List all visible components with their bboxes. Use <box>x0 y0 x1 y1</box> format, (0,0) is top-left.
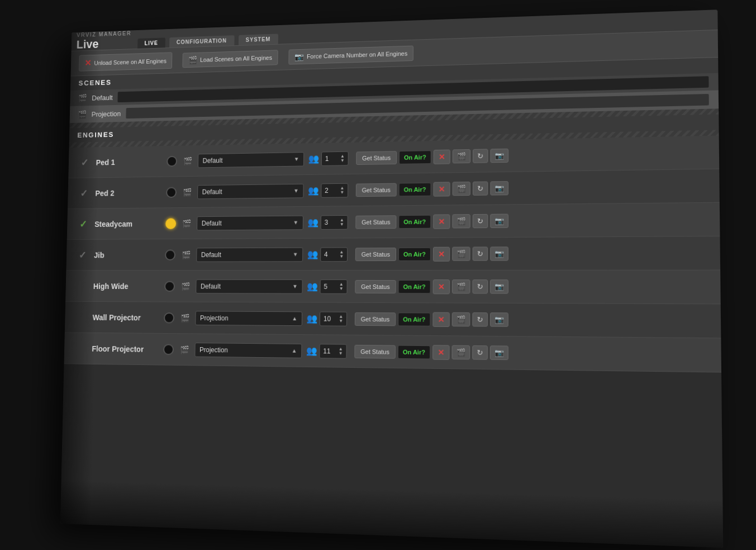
app-container: VRVIZ MANAGER Live Live CONFIGURATION SY… <box>60 10 722 548</box>
action-group-wallprojector: Get Status On Air? ✕ 🎬 ↻ 📷 <box>354 311 508 327</box>
dropdown-arrow-wallprojector: ▲ <box>292 315 297 321</box>
on-air-jib[interactable]: On Air? <box>398 247 430 260</box>
dropdown-arrow-highwide: ▼ <box>292 283 298 290</box>
load-jib[interactable]: 🎬 <box>452 247 470 261</box>
on-air-wallprojector[interactable]: On Air? <box>398 312 430 326</box>
checkmark-ped2: ✓ <box>79 187 87 199</box>
remove-ped2[interactable]: ✕ <box>433 182 450 196</box>
get-status-floorprojector[interactable]: Get Status <box>354 344 396 358</box>
num-stepper-jib[interactable]: 4 ▲ ▼ <box>320 247 348 262</box>
cam-group-jib: 👥 4 ▲ ▼ <box>307 247 347 262</box>
remove-wallprojector[interactable]: ✕ <box>432 312 449 326</box>
get-status-ped1[interactable]: Get Status <box>356 151 397 165</box>
cam-group-ped2: 👥 2 ▲ ▼ <box>308 183 348 197</box>
cam-group-floorprojector: 👥 11 ▲ ▼ <box>306 344 346 359</box>
action-group-ped1: Get Status On Air? ✕ 🎬 ↻ 📷 <box>356 148 508 165</box>
dropdown-arrow-jib: ▼ <box>292 252 298 258</box>
check-ped2: ✓ <box>75 187 91 199</box>
get-status-steadycam[interactable]: Get Status <box>355 215 396 229</box>
stepper-ped2[interactable]: ▲ ▼ <box>340 186 344 195</box>
checkmark-ped1: ✓ <box>80 157 88 168</box>
checkmark-steadycam: ✓ <box>79 218 87 230</box>
camera-highwide[interactable]: 📷 <box>490 279 508 293</box>
num-stepper-floorprojector[interactable]: 11 ▲ ▼ <box>319 344 346 359</box>
cam-group-steadycam: 👥 3 ▲ ▼ <box>307 215 348 229</box>
refresh-steadycam[interactable]: ↻ <box>472 214 487 228</box>
stepper-wallprojector[interactable]: ▲ ▼ <box>339 314 343 323</box>
scene-dropdown-floorprojector[interactable]: Projection ▲ <box>194 343 302 358</box>
cam-icon-wallprojector: 👥 <box>306 313 317 324</box>
cam-icon-highwide: 👥 <box>307 281 318 292</box>
remove-ped1[interactable]: ✕ <box>433 149 450 164</box>
dropdown-arrow-ped2: ▼ <box>293 188 299 194</box>
get-status-highwide[interactable]: Get Status <box>355 279 396 293</box>
num-stepper-wallprojector[interactable]: 10 ▲ ▼ <box>319 311 346 326</box>
stepper-floorprojector[interactable]: ▲ ▼ <box>338 347 343 355</box>
load-steadycam[interactable]: 🎬 <box>452 214 470 228</box>
remove-steadycam[interactable]: ✕ <box>433 214 450 229</box>
engine-name-highwide: High Wide <box>93 282 160 291</box>
engines-section: ENGINES ✓ Ped 1 🎬 Default ▼ 👥 <box>64 108 721 372</box>
action-group-floorprojector: Get Status On Air? ✕ 🎬 ↻ 📷 <box>354 344 508 360</box>
stepper-highwide[interactable]: ▲ ▼ <box>339 282 343 291</box>
scene-dropdown-jib[interactable]: Default ▼ <box>196 247 303 262</box>
tab-configuration[interactable]: CONFIGURATION <box>169 35 234 48</box>
load-ped1[interactable]: 🎬 <box>452 149 470 163</box>
on-air-floorprojector[interactable]: On Air? <box>397 345 430 359</box>
num-stepper-steadycam[interactable]: 3 ▲ ▼ <box>320 215 348 229</box>
load-wallprojector[interactable]: 🎬 <box>451 312 470 327</box>
action-group-ped2: Get Status On Air? ✕ 🎬 ↻ 📷 <box>355 181 508 197</box>
dropdown-arrow-floorprojector: ▲ <box>291 348 297 354</box>
scene-dropdown-ped1[interactable]: Default ▼ <box>198 152 304 168</box>
on-air-highwide[interactable]: On Air? <box>398 280 430 293</box>
get-status-jib[interactable]: Get Status <box>355 248 396 261</box>
scene-clapper-1: 🎬 <box>78 94 87 102</box>
get-status-wallprojector[interactable]: Get Status <box>354 312 396 326</box>
cam-icon-ped1: 👥 <box>308 154 319 164</box>
on-air-steadycam[interactable]: On Air? <box>398 215 431 228</box>
app-name: VRVIZ MANAGER <box>77 30 131 38</box>
get-status-ped2[interactable]: Get Status <box>355 183 396 197</box>
camera-ped1[interactable]: 📷 <box>490 149 508 163</box>
dropdown-arrow-ped1: ▼ <box>293 156 299 162</box>
refresh-highwide[interactable]: ↻ <box>472 279 488 293</box>
dropdown-arrow-steadycam: ▼ <box>293 220 298 226</box>
stepper-steadycam[interactable]: ▲ ▼ <box>339 217 344 226</box>
camera-jib[interactable]: 📷 <box>490 246 508 260</box>
refresh-floorprojector[interactable]: ↻ <box>472 345 488 360</box>
refresh-wallprojector[interactable]: ↻ <box>472 312 488 327</box>
on-air-ped1[interactable]: On Air? <box>398 150 431 164</box>
cam-icon-steadycam: 👥 <box>307 217 318 227</box>
camera-icon: 📷 <box>294 52 303 61</box>
cam-icon-ped2: 👥 <box>308 185 319 196</box>
camera-floorprojector[interactable]: 📷 <box>489 345 508 360</box>
check-jib: ✓ <box>74 249 90 261</box>
refresh-jib[interactable]: ↻ <box>472 246 488 260</box>
tab-system[interactable]: SYSTEM <box>238 34 278 45</box>
screen-wrapper: VRVIZ MANAGER Live Live CONFIGURATION SY… <box>0 0 756 550</box>
on-air-ped2[interactable]: On Air? <box>398 182 431 196</box>
refresh-ped1[interactable]: ↻ <box>472 149 487 163</box>
camera-steadycam[interactable]: 📷 <box>490 214 508 228</box>
scene-dropdown-wallprojector[interactable]: Projection ▲ <box>195 311 302 326</box>
checkmark-jib: ✓ <box>78 249 86 261</box>
check-ped1: ✓ <box>77 157 92 168</box>
scene-dropdown-steadycam[interactable]: Default ▼ <box>197 215 303 230</box>
scene-dropdown-ped2[interactable]: Default ▼ <box>197 183 304 199</box>
camera-ped2[interactable]: 📷 <box>490 181 508 196</box>
camera-wallprojector[interactable]: 📷 <box>489 312 508 327</box>
load-highwide[interactable]: 🎬 <box>451 279 470 293</box>
num-stepper-ped2[interactable]: 2 ▲ ▼ <box>321 183 348 197</box>
num-stepper-ped1[interactable]: 1 ▲ ▼ <box>321 151 348 165</box>
load-ped2[interactable]: 🎬 <box>452 182 470 196</box>
load-floorprojector[interactable]: 🎬 <box>451 345 470 360</box>
remove-floorprojector[interactable]: ✕ <box>432 345 449 360</box>
refresh-ped2[interactable]: ↻ <box>472 182 487 196</box>
remove-highwide[interactable]: ✕ <box>432 279 449 294</box>
cam-group-highwide: 👥 5 ▲ ▼ <box>307 279 348 293</box>
stepper-jib[interactable]: ▲ ▼ <box>339 250 344 259</box>
remove-jib[interactable]: ✕ <box>432 246 449 261</box>
scene-dropdown-highwide[interactable]: Default ▼ <box>196 279 302 293</box>
stepper-ped1[interactable]: ▲ ▼ <box>340 154 345 163</box>
num-stepper-highwide[interactable]: 5 ▲ ▼ <box>320 279 347 293</box>
